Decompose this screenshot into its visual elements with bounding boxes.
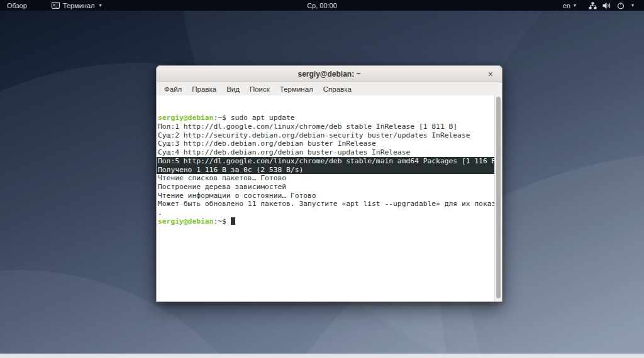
menu-bar: ФайлПравкаВидПоискТерминалСправка (156, 82, 502, 95)
terminal-text: Сущ:4 http://deb.debian.org/debian buste… (158, 148, 410, 156)
terminal-line-selected: Пол:5 http://dl.google.com/linux/chrome/… (157, 157, 502, 166)
top-bar-left: Обзор >_ Терминал ▾ (0, 0, 108, 11)
terminal-line: Сущ:3 http://deb.debian.org/debian buste… (158, 139, 494, 148)
terminal-window: sergiy@debian: ~ × ФайлПравкаВидПоискТер… (156, 65, 502, 302)
terminal-line: sergiy@debian:~$ sudo apt update (158, 114, 494, 122)
terminal-line: Сущ:2 http://security.debian.org/debian-… (158, 131, 494, 140)
window-titlebar[interactable]: sergiy@debian: ~ × (156, 65, 502, 82)
terminal-text: Сущ:3 http://deb.debian.org/debian buste… (158, 139, 376, 148)
terminal-text: . (158, 209, 162, 217)
terminal-line: Чтение списков пакетов… Готово (158, 174, 494, 183)
chevron-down-icon: ▾ (631, 3, 634, 8)
keyboard-layout-button[interactable]: en ▾ (558, 0, 581, 11)
terminal-text: Сущ:2 http://security.debian.org/debian-… (158, 131, 470, 139)
menu-item-6[interactable]: Справка (318, 85, 357, 93)
app-menu-button[interactable]: >_ Терминал ▾ (45, 0, 108, 11)
terminal-text: Может быть обновлено 11 пакетов. Запусти… (158, 200, 500, 208)
terminal-line: Может быть обновлено 11 пакетов. Запусти… (158, 200, 494, 209)
terminal-line: . (158, 209, 494, 217)
terminal-text: Построение дерева зависимостей (158, 183, 286, 191)
activities-button[interactable]: Обзор (0, 0, 34, 11)
activities-label: Обзор (7, 2, 27, 9)
app-menu-label: Терминал (63, 2, 95, 9)
terminal-line: Чтение информации о состоянии… Готово (158, 192, 494, 200)
menu-item-3[interactable]: Вид (221, 85, 245, 93)
system-status-menu[interactable]: ▾ (584, 0, 639, 11)
menu-item-2[interactable]: Правка (187, 85, 221, 93)
volume-icon (602, 2, 611, 9)
wallpaper-bottom-strip (0, 354, 644, 358)
terminal-app-icon: >_ (52, 2, 60, 9)
terminal-text: Чтение информации о состоянии… Готово (158, 192, 316, 200)
terminal-text: Пол:5 http://dl.google.com/linux/chrome/… (158, 157, 500, 165)
terminal-text: Пол:1 http://dl.google.com/linux/chrome/… (158, 122, 457, 131)
window-title: sergiy@debian: ~ (297, 70, 360, 79)
chevron-down-icon: ▾ (99, 3, 101, 8)
menu-item-5[interactable]: Терминал (275, 85, 318, 93)
scrollbar-thumb[interactable] (496, 97, 501, 298)
clock-button[interactable]: Ср, 00:00 (307, 2, 337, 9)
terminal-line: sergiy@debian:~$ (158, 217, 494, 226)
keyboard-layout-label: en (563, 2, 570, 9)
terminal-text: sergiy@debian (158, 217, 213, 225)
power-icon (617, 2, 625, 9)
close-button[interactable]: × (486, 66, 496, 82)
terminal-line-selected: Получено 1 116 В за 0с (2 538 B/s) (157, 166, 502, 175)
terminal-text: Чтение списков пакетов… Готово (158, 174, 286, 182)
terminal-text: :~$ (213, 217, 230, 225)
terminal-text: Получено 1 116 В за 0с (2 538 B/s) (158, 166, 303, 174)
terminal-text: sudo apt update (231, 114, 295, 122)
terminal-line: Построение дерева зависимостей (158, 183, 494, 192)
top-bar-right: en ▾ ▾ (558, 0, 644, 11)
terminal-text: :~$ (213, 114, 230, 122)
network-wired-icon (589, 2, 597, 9)
desktop: Обзор >_ Терминал ▾ Ср, 00:00 en ▾ (0, 0, 644, 358)
terminal-scrollbar[interactable] (494, 95, 502, 301)
terminal-line: Сущ:4 http://deb.debian.org/debian buste… (158, 148, 494, 157)
terminal-content[interactable]: sergiy@debian:~$ sudo apt updateПол:1 ht… (156, 95, 502, 302)
gnome-top-bar: Обзор >_ Терминал ▾ Ср, 00:00 en ▾ (0, 0, 644, 11)
terminal-line: Пол:1 http://dl.google.com/linux/chrome/… (158, 122, 494, 131)
menu-item-4[interactable]: Поиск (245, 85, 275, 93)
menu-item-1[interactable]: Файл (159, 85, 187, 93)
terminal-text: sergiy@debian (158, 114, 213, 122)
chevron-down-icon: ▾ (574, 3, 576, 8)
terminal-cursor (231, 217, 235, 225)
terminal-output: sergiy@debian:~$ sudo apt updateПол:1 ht… (158, 114, 494, 225)
